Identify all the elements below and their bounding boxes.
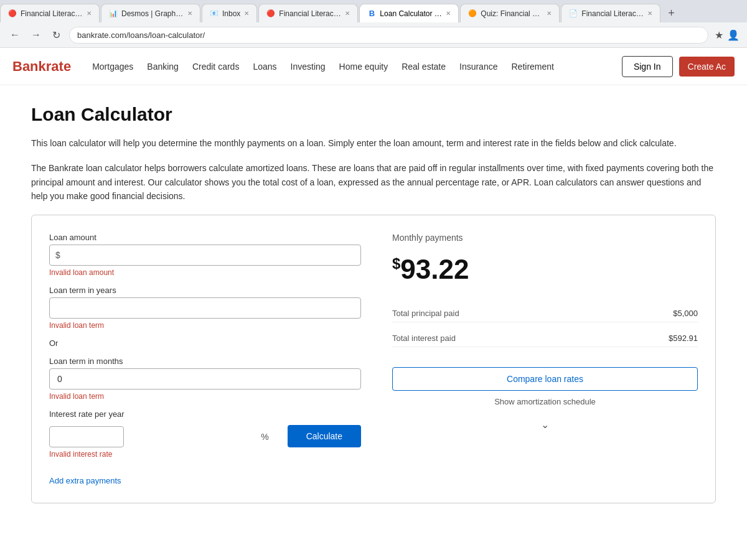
- nav-home-equity[interactable]: Home equity: [339, 62, 388, 72]
- interest-rate-label: Interest rate per year: [49, 409, 361, 419]
- loan-term-months-label: Loan term in months: [49, 357, 361, 366]
- loan-term-months-input[interactable]: [49, 368, 361, 390]
- browser-tab-3[interactable]: 📧 Inbox ✕: [202, 4, 257, 22]
- total-principal-label: Total principal paid: [392, 309, 459, 318]
- main-content: Loan Calculator This loan calculator wil…: [0, 85, 747, 560]
- total-interest-label: Total interest paid: [392, 334, 456, 343]
- compare-section: Compare loan rates Show amortization sch…: [392, 367, 698, 406]
- interest-rate-error: Invalid interest rate: [49, 450, 361, 459]
- show-amortization-link[interactable]: Show amortization schedule: [392, 397, 698, 406]
- loan-term-years-input[interactable]: [49, 297, 361, 319]
- tab-close-3[interactable]: ✕: [244, 10, 249, 17]
- loan-amount-field: Loan amount $ Invalid loan amount: [49, 233, 361, 277]
- nav-banking[interactable]: Banking: [147, 62, 179, 72]
- interest-rate-wrapper: %: [49, 426, 275, 447]
- calculator-card: Loan amount $ Invalid loan amount Loan t…: [31, 215, 716, 503]
- calculator-left: Loan amount $ Invalid loan amount Loan t…: [49, 233, 361, 485]
- bookmark-icon[interactable]: ★: [715, 29, 723, 41]
- monthly-payments-label: Monthly payments: [392, 233, 698, 243]
- dollar-sign-icon: $: [55, 250, 60, 260]
- nav-investing[interactable]: Investing: [291, 62, 326, 72]
- loan-term-months-field: Loan term in months Invalid loan term: [49, 357, 361, 401]
- site-header: Bankrate Mortgages Banking Credit cards …: [0, 48, 747, 85]
- tab-title-5: Loan Calculator | Ban: [380, 9, 442, 18]
- browser-tab-4[interactable]: 🔴 Financial Literacy: Ab ✕: [258, 4, 358, 22]
- loan-term-years-field: Loan term in years Invalid loan term: [49, 286, 361, 330]
- loan-term-months-error: Invalid loan term: [49, 392, 361, 401]
- total-principal-value: $5,000: [673, 309, 698, 318]
- loan-amount-input[interactable]: [49, 245, 361, 266]
- tab-title-7: Financial Literacy: Ac: [581, 9, 644, 18]
- site-logo[interactable]: Bankrate: [12, 58, 71, 75]
- profile-icon[interactable]: 👤: [727, 29, 740, 41]
- interest-rate-row: % Calculate: [49, 425, 361, 447]
- interest-rate-field: Interest rate per year % Calculate Inval…: [49, 409, 361, 459]
- header-actions: Sign In Create Ac: [622, 56, 735, 77]
- tab-favicon-7: 📄: [569, 9, 578, 18]
- tab-title-1: Financial Literacy: Ac: [21, 9, 83, 18]
- loan-amount-label: Loan amount: [49, 233, 361, 242]
- page-title: Loan Calculator: [31, 104, 716, 125]
- or-divider: Or: [49, 338, 361, 348]
- tab-favicon-4: 🔴: [266, 9, 275, 18]
- nav-mortgages[interactable]: Mortgages: [92, 62, 133, 72]
- nav-insurance[interactable]: Insurance: [459, 62, 497, 72]
- nav-credit-cards[interactable]: Credit cards: [192, 62, 239, 72]
- add-extra-payments-link[interactable]: Add extra payments: [49, 476, 361, 485]
- calculate-button[interactable]: Calculate: [288, 425, 361, 447]
- tab-title-6: Quiz: Financial Litera: [481, 9, 543, 18]
- tab-favicon-2: 📊: [109, 9, 118, 18]
- tab-title-2: Desmos | Graphing C: [121, 9, 184, 18]
- calculator-grid: Loan amount $ Invalid loan amount Loan t…: [49, 233, 698, 485]
- total-interest-value: $592.91: [669, 334, 698, 343]
- main-nav: Mortgages Banking Credit cards Loans Inv…: [92, 62, 607, 72]
- address-bar-input[interactable]: [69, 27, 708, 44]
- tab-favicon-6: 🟠: [468, 9, 477, 18]
- total-interest-row: Total interest paid $592.91: [392, 330, 698, 347]
- refresh-button[interactable]: ↻: [50, 27, 63, 44]
- tab-close-6[interactable]: ✕: [547, 10, 552, 17]
- create-account-button[interactable]: Create Ac: [679, 57, 735, 77]
- interest-rate-input[interactable]: [49, 426, 124, 447]
- tab-favicon-5: B: [367, 9, 376, 18]
- browser-tab-6[interactable]: 🟠 Quiz: Financial Litera ✕: [460, 4, 560, 22]
- browser-tab-1[interactable]: 🔴 Financial Literacy: Ac ✕: [0, 4, 100, 22]
- browser-tab-2[interactable]: 📊 Desmos | Graphing C ✕: [101, 4, 200, 22]
- loan-term-years-error: Invalid loan term: [49, 321, 361, 330]
- tab-favicon-1: 🔴: [8, 9, 17, 18]
- nav-loans[interactable]: Loans: [253, 62, 276, 72]
- tab-favicon-3: 📧: [210, 9, 218, 18]
- loan-term-years-wrapper: [49, 297, 361, 319]
- tab-close-5[interactable]: ✕: [446, 10, 451, 17]
- monthly-payments-amount: $93.22: [392, 254, 698, 285]
- tab-title-4: Financial Literacy: Ab: [279, 9, 341, 18]
- description-2: The Bankrate loan calculator helps borro…: [31, 161, 716, 203]
- back-button[interactable]: ←: [7, 27, 22, 43]
- forward-button[interactable]: →: [29, 27, 44, 43]
- tab-close-1[interactable]: ✕: [87, 10, 92, 17]
- description-1: This loan calculator will help you deter…: [31, 136, 716, 150]
- browser-tab-5[interactable]: B Loan Calculator | Ban ✕: [359, 4, 459, 22]
- loan-term-years-label: Loan term in years: [49, 286, 361, 295]
- tab-close-4[interactable]: ✕: [345, 10, 350, 17]
- nav-real-estate[interactable]: Real estate: [402, 62, 446, 72]
- loan-amount-wrapper: $: [49, 245, 361, 266]
- loan-term-months-wrapper: [49, 368, 361, 390]
- browser-tab-7[interactable]: 📄 Financial Literacy: Ac ✕: [561, 4, 660, 22]
- loan-amount-error: Invalid loan amount: [49, 268, 361, 277]
- tab-close-7[interactable]: ✕: [647, 10, 652, 17]
- tab-title-3: Inbox: [222, 9, 240, 18]
- monthly-amount-number: 93.22: [400, 254, 469, 284]
- percent-sign-icon: %: [261, 432, 268, 442]
- monthly-currency-symbol: $: [392, 255, 400, 272]
- tab-close-2[interactable]: ✕: [187, 10, 192, 17]
- new-tab-button[interactable]: +: [662, 4, 681, 22]
- calculator-right: Monthly payments $93.22 Total principal …: [386, 233, 698, 485]
- chevron-down-icon: ⌄: [392, 419, 698, 431]
- sign-in-button[interactable]: Sign In: [622, 56, 673, 77]
- compare-loan-rates-button[interactable]: Compare loan rates: [392, 367, 698, 391]
- total-principal-row: Total principal paid $5,000: [392, 305, 698, 322]
- nav-retirement[interactable]: Retirement: [511, 62, 553, 72]
